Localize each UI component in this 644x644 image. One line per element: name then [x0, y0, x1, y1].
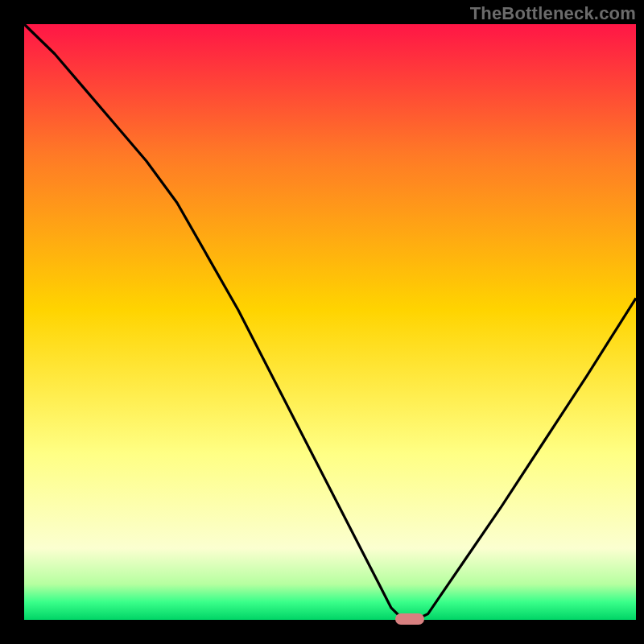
optimal-marker: [395, 613, 424, 625]
chart-frame: TheBottleneck.com: [0, 0, 644, 644]
gradient-background: [24, 24, 636, 620]
watermark-text: TheBottleneck.com: [470, 3, 636, 24]
bottleneck-chart: [0, 0, 644, 644]
